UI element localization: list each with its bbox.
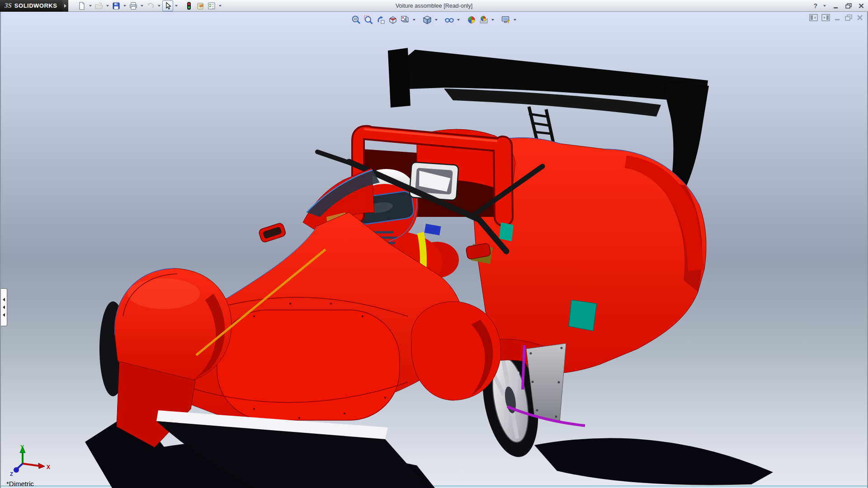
zoom-to-fit-button[interactable]	[351, 14, 362, 25]
edit-appearance-icon	[467, 15, 476, 25]
save-dropdown-caret[interactable]	[123, 5, 126, 7]
zoom-to-area-button[interactable]	[363, 14, 374, 25]
view-orientation-caret[interactable]	[413, 19, 415, 21]
undo-button[interactable]	[145, 0, 156, 11]
display-style-icon	[422, 15, 432, 25]
restore-icon	[845, 3, 852, 9]
hide-show-items-caret[interactable]	[457, 19, 460, 21]
left-arrow-icon	[3, 305, 5, 309]
zoom-to-fit-icon	[351, 15, 361, 25]
triad-z-label: Z	[10, 471, 13, 477]
close-icon	[858, 3, 864, 9]
open-dropdown-caret[interactable]	[106, 5, 109, 7]
print-button[interactable]	[128, 0, 139, 11]
view-settings-caret[interactable]	[514, 19, 516, 21]
open-button[interactable]	[94, 0, 104, 11]
options-list-icon	[207, 1, 216, 10]
left-mirror	[258, 222, 287, 243]
select-cursor-icon	[163, 1, 172, 10]
restore-button[interactable]	[844, 2, 853, 10]
doc-restore-button[interactable]	[844, 14, 853, 21]
doc-minimize-icon	[834, 14, 841, 21]
view-orientation-label: *Dimetric	[6, 480, 34, 488]
purple-trim	[523, 345, 524, 389]
heads-up-view-toolbar	[351, 14, 517, 25]
select-dropdown-caret[interactable]	[175, 5, 178, 7]
display-style-caret[interactable]	[435, 19, 438, 21]
hide-show-items-button[interactable]	[444, 14, 455, 25]
solidworks-window: 3S SOLIDWORKS	[0, 0, 868, 488]
show-left-pane-button[interactable]	[809, 14, 818, 21]
brand-3s-icon: 3S	[5, 2, 12, 9]
hide-show-items-glasses-icon	[444, 15, 454, 25]
help-dropdown-caret[interactable]	[823, 5, 826, 7]
undo-arrow-icon	[146, 1, 155, 10]
file-properties-icon	[196, 1, 205, 10]
section-view-icon	[388, 15, 398, 25]
undo-dropdown-caret[interactable]	[158, 5, 160, 7]
race-car-model[interactable]	[85, 48, 773, 488]
new-document-icon	[77, 1, 86, 10]
rebuild-button[interactable]	[184, 0, 194, 11]
left-pane-icon	[809, 14, 818, 21]
edit-appearance-button[interactable]	[466, 14, 477, 25]
apply-scene-caret[interactable]	[491, 19, 494, 21]
doc-minimize-button[interactable]	[834, 14, 841, 21]
harness-buckle	[425, 224, 441, 235]
right-pane-icon	[821, 14, 830, 21]
rebuild-traffic-light-icon	[184, 1, 193, 10]
solidworks-logo: 3S SOLIDWORKS	[0, 0, 62, 12]
teal-side-inset	[569, 300, 597, 331]
triad-x-label: X	[47, 464, 50, 470]
doc-close-button[interactable]	[856, 14, 863, 21]
show-right-pane-button[interactable]	[821, 14, 830, 21]
doc-close-icon	[856, 14, 863, 21]
front-right-fender	[411, 301, 501, 400]
print-icon	[129, 1, 138, 10]
zoom-to-area-icon	[363, 15, 373, 25]
triad-y-label: Y	[20, 444, 24, 450]
view-orientation-icon	[400, 15, 410, 25]
titlebar-controls: ?	[813, 0, 865, 12]
options-dropdown-caret[interactable]	[219, 5, 222, 7]
file-properties-button[interactable]	[195, 0, 206, 11]
view-orientation-button[interactable]	[400, 14, 410, 25]
minimize-icon	[833, 3, 839, 9]
feature-manager-collapsed-tab[interactable]	[1, 288, 7, 326]
options-button[interactable]	[206, 0, 217, 11]
title-bar: 3S SOLIDWORKS	[0, 0, 868, 12]
select-button[interactable]	[162, 0, 173, 11]
brand-name: SOLIDWORKS	[14, 2, 57, 9]
section-view-button[interactable]	[387, 14, 398, 25]
apply-scene-button[interactable]	[478, 14, 489, 25]
model-render[interactable]: Y X Z	[1, 12, 868, 488]
previous-view-icon	[376, 15, 386, 25]
new-dropdown-caret[interactable]	[89, 5, 92, 7]
standard-toolbar	[76, 0, 223, 11]
previous-view-button[interactable]	[375, 14, 386, 25]
graphics-area[interactable]: Y X Z *Dimetric	[0, 12, 868, 488]
teal-cockpit-panel	[499, 222, 514, 241]
open-folder-icon	[94, 1, 104, 10]
reference-triad: Y X Z	[10, 444, 50, 477]
view-settings-monitor-icon	[501, 15, 511, 25]
view-settings-button[interactable]	[500, 14, 511, 25]
left-arrow-icon	[3, 313, 5, 317]
save-floppy-icon	[112, 1, 121, 10]
help-button[interactable]: ?	[813, 2, 817, 9]
save-button[interactable]	[111, 0, 122, 11]
minimize-button[interactable]	[832, 2, 840, 10]
left-arrow-icon	[3, 298, 5, 301]
display-style-button[interactable]	[422, 14, 433, 25]
document-window-controls	[809, 14, 863, 21]
toolbar-expand-arrow[interactable]	[62, 0, 68, 12]
new-document-button[interactable]	[76, 0, 87, 11]
right-arrow-icon	[64, 4, 66, 8]
doc-restore-icon	[844, 14, 853, 21]
close-button[interactable]	[857, 2, 865, 10]
apply-scene-icon	[479, 15, 489, 25]
print-dropdown-caret[interactable]	[141, 5, 143, 7]
